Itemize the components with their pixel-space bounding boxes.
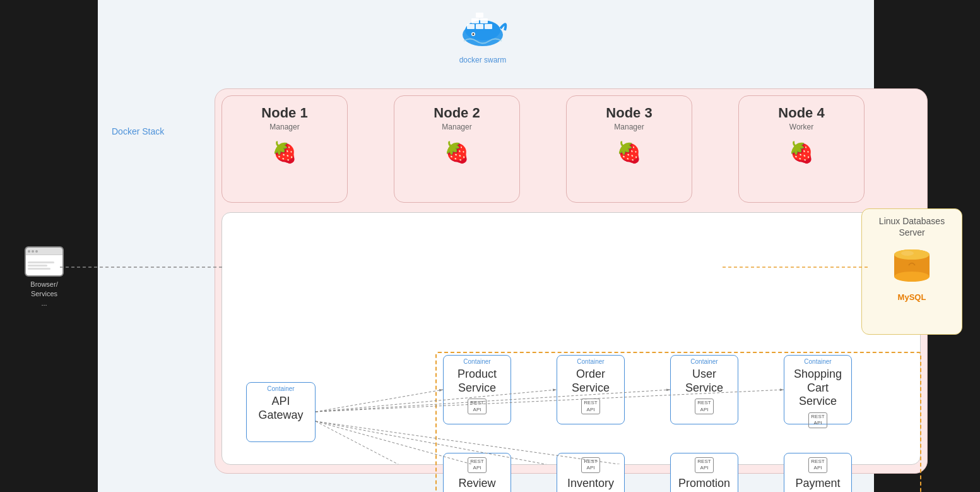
node2-box: Node 2 Manager 🍓 [394, 95, 520, 203]
review-rest-badge: RESTAPI [468, 457, 486, 473]
docker-whale-icon [458, 6, 508, 51]
svg-rect-6 [480, 18, 488, 23]
payment-service-box: RESTAPI PaymentService Container [784, 453, 852, 492]
user-service-name: UserService [671, 365, 738, 397]
node3-title: Node 3 [567, 105, 692, 121]
node1-title: Node 1 [222, 105, 347, 121]
svg-point-22 [894, 272, 930, 282]
svg-point-24 [901, 251, 914, 256]
order-rest-badge: RESTAPI [581, 399, 599, 414]
review-service-name: ReviewService [444, 474, 511, 492]
docker-swarm-logo: docker swarm [445, 6, 521, 64]
docker-stack-label: Docker Stack [112, 126, 164, 136]
api-gateway-name: APIGateway [247, 392, 315, 424]
database-icon [890, 243, 934, 287]
user-service-box: Container UserService RESTAPI [670, 355, 738, 424]
inventory-service-box: RESTAPI InventoryService Container [557, 453, 625, 492]
main-canvas: docker swarm Node 1 Manager 🍓 Node 2 Man… [0, 0, 980, 492]
node3-box: Node 3 Manager 🍓 [566, 95, 692, 203]
browser-to-gateway-line [16, 264, 230, 270]
node3-raspberry-icon: 🍓 [567, 140, 692, 164]
cart-container-label: Container [784, 356, 851, 365]
node1-subtitle: Manager [222, 123, 347, 131]
browser-services: Browser/Services ... [16, 246, 73, 307]
product-service-name: ProductService [444, 365, 511, 397]
docker-label: docker swarm [445, 56, 521, 64]
browser-dots: ... [16, 299, 73, 307]
promotion-service-box: RESTAPI PromotionService Container [670, 453, 738, 492]
payment-rest-badge: RESTAPI [808, 457, 827, 473]
node4-subtitle: Worker [739, 123, 864, 131]
cart-service-name: ShoppingCartService [784, 365, 851, 411]
inventory-service-name: InventoryService [557, 474, 624, 492]
api-gateway-container-label: Container [247, 383, 315, 392]
review-service-box: RESTAPI ReviewService Container [443, 453, 511, 492]
user-rest-badge: RESTAPI [695, 399, 713, 414]
order-service-name: OrderService [557, 365, 624, 397]
product-container-label: Container [444, 356, 511, 365]
mysql-label: MySQL [868, 292, 955, 302]
order-container-label: Container [557, 356, 624, 365]
docker-stack-area: Container APIGateway Container ProductSe… [221, 212, 921, 465]
order-service-box: Container OrderService RESTAPI [557, 355, 625, 424]
payment-service-name: PaymentService [784, 474, 851, 492]
svg-line-11 [316, 390, 443, 412]
node2-raspberry-icon: 🍓 [394, 140, 519, 164]
db-server-title: Linux Databases Server [868, 215, 955, 238]
db-server-box: Linux Databases Server MySQL [861, 208, 962, 335]
gateway-to-db-line [723, 264, 880, 270]
promotion-service-name: PromotionService [671, 474, 738, 492]
node1-raspberry-icon: 🍓 [222, 140, 347, 164]
node4-box: Node 4 Worker 🍓 [738, 95, 865, 203]
inventory-rest-badge: RESTAPI [581, 457, 599, 473]
user-container-label: Container [671, 356, 738, 365]
svg-line-15 [316, 421, 443, 464]
product-service-box: Container ProductService RESTAPI [443, 355, 511, 424]
diagram-area: docker swarm Node 1 Manager 🍓 Node 2 Man… [98, 0, 874, 492]
product-rest-badge: RESTAPI [468, 399, 486, 414]
svg-rect-2 [467, 24, 475, 29]
browser-label: Browser/Services [16, 280, 73, 299]
svg-rect-7 [476, 13, 483, 18]
cart-service-box: Container ShoppingCartService RESTAPI [784, 355, 852, 424]
cart-rest-badge: RESTAPI [808, 412, 827, 428]
browser-icon [25, 246, 64, 277]
svg-rect-3 [476, 24, 483, 29]
svg-point-9 [473, 33, 475, 35]
api-gateway-box: Container APIGateway [246, 382, 316, 442]
node4-raspberry-icon: 🍓 [739, 140, 864, 164]
svg-rect-5 [471, 18, 479, 23]
promotion-rest-badge: RESTAPI [695, 457, 713, 473]
node3-subtitle: Manager [567, 123, 692, 131]
node2-subtitle: Manager [394, 123, 519, 131]
node2-title: Node 2 [394, 105, 519, 121]
svg-rect-4 [485, 24, 492, 29]
node4-title: Node 4 [739, 105, 864, 121]
node1-box: Node 1 Manager 🍓 [221, 95, 348, 203]
outer-container: Node 1 Manager 🍓 Node 2 Manager 🍓 Node 3… [215, 88, 928, 474]
